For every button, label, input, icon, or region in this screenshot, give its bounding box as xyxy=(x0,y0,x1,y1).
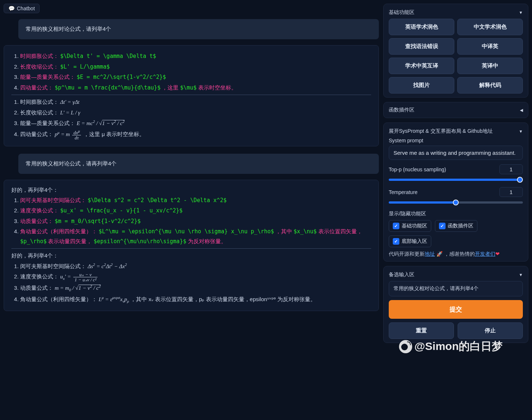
item-label: 时间膨胀公式： xyxy=(20,99,59,105)
fn-btn-chinese-polish[interactable]: 中文学术润色 xyxy=(457,19,523,35)
list-item: 速度变换公式： $u_x' = \frac{u_x - v}{1 - u_xv/… xyxy=(20,206,371,216)
item-tex: $u_x' = \frac{u_x - v}{1 - u_xv/c^2}$ xyxy=(60,207,182,214)
sys-prompt-label: System prompt xyxy=(389,138,523,143)
tab-label: Chatbot xyxy=(17,6,35,11)
item-tail: 为反对称张量。 xyxy=(188,238,226,244)
topp-value[interactable]: 1 xyxy=(499,164,523,174)
list-item: 时间膨胀公式： $\Delta t' = \gamma \Delta t$ xyxy=(20,51,371,61)
item-tex: $x_\nu$ xyxy=(293,228,317,235)
footer-note: 代码开源和更新地址 🚀 ，感谢热情的开发者们❤ xyxy=(389,251,523,258)
devs-link[interactable]: 开发者们 xyxy=(475,251,495,257)
heart-icon: ❤ xyxy=(495,251,500,257)
panel-basic-functions: 基础功能区 ▼ 英语学术润色 中文学术润色 查找语法错误 中译英 学术中英互译 … xyxy=(383,4,528,98)
temperature-slider[interactable] xyxy=(389,201,523,204)
list-item: 角动量公式（利用四维矢量）： Lμ = εμνρσxνpρ ，其中 xᵥ 表示位… xyxy=(20,294,371,305)
panel-header[interactable]: 展开SysPrompt & 交互界面布局 & Github地址 ▼ xyxy=(389,127,523,138)
fn-btn-find-image[interactable]: 找图片 xyxy=(389,77,454,94)
chevron-down-icon: ▼ xyxy=(519,10,523,15)
item-tail: ，这里 xyxy=(162,84,180,91)
item-math: m = m0 / √1 − v2 / c2 xyxy=(55,285,101,291)
bot-message-1: 时间膨胀公式： $\Delta t' = \gamma \Delta t$ 长度… xyxy=(4,45,379,146)
item-tex: $m = m_0/\sqrt{1-v^2/c^2}$ xyxy=(55,218,141,224)
user-message-2: 常用的狭义相对论公式，请再列举4个 xyxy=(18,154,379,174)
bot-intro: 好的，再列举4个： xyxy=(11,185,371,195)
reset-button[interactable]: 重置 xyxy=(389,322,454,339)
fn-btn-grammar-check[interactable]: 查找语法错误 xyxy=(389,38,454,55)
item-tex: $L^\mu = \epsilon^{\mu \nu \rho \sigma} … xyxy=(99,228,274,235)
toggle-label: 基础功能区 xyxy=(402,223,427,229)
item-tex: $E = mc^2/\sqrt{1-v^2/c^2}$ xyxy=(77,74,166,80)
item-label: 能量—质量关系公式： xyxy=(20,120,75,126)
item-tex: $epsilon^{\mu\nu\rho\sigma}$ xyxy=(94,238,186,245)
toggle-plugin-area[interactable]: ✓ 函数插件区 xyxy=(435,220,477,232)
alt-input-field[interactable] xyxy=(389,281,523,296)
chevron-down-icon: ▼ xyxy=(519,273,523,277)
check-icon: ✓ xyxy=(393,223,399,229)
bot-intro: 好的，再列举4个： xyxy=(11,251,371,260)
temperature-label: Temperature xyxy=(389,189,418,195)
panel-title: 函数插件区 xyxy=(389,107,414,113)
item-label: 闵可夫斯基时空间隔公式： xyxy=(20,197,86,203)
fn-btn-en-to-zh[interactable]: 英译中 xyxy=(457,58,523,74)
item-tail: ，其中 xᵥ 表示位置四矢量，pₚ 表示动量四矢量，epsilonᵘᵛᵖᵒ 为反… xyxy=(130,296,316,302)
item-label: 速度变换公式： xyxy=(20,273,59,280)
item-tex: $p_\rho$ xyxy=(20,238,47,245)
panel-header[interactable]: 基础功能区 ▼ xyxy=(389,8,523,19)
panel-title: 展开SysPrompt & 交互界面布局 & Github地址 xyxy=(389,128,493,135)
user-message-1: 常用的狭义相对论公式，请列举4个 xyxy=(18,19,379,39)
chevron-left-icon: ◀ xyxy=(520,108,523,113)
item-tex: $\Delta t' = \gamma \Delta t$ xyxy=(60,53,156,59)
item-tail: ，这里 μ 表示时空坐标。 xyxy=(84,131,145,137)
item-math: E = mc2 / √1 − v2 / c2 xyxy=(77,120,125,126)
item-label: 长度收缩公式： xyxy=(20,63,59,70)
item-label: 速度变换公式： xyxy=(20,207,59,213)
check-icon: ✓ xyxy=(393,238,399,245)
item-label: 时间膨胀公式： xyxy=(20,53,59,59)
bot-message-2: 好的，再列举4个： 闵可夫斯基时空间隔公式： $\Delta s^2 = c^2… xyxy=(4,180,379,311)
item-label: 闵可夫斯基时空间隔公式： xyxy=(20,263,86,269)
panel-header[interactable]: 备选输入区 ▼ xyxy=(389,270,523,281)
fn-btn-academic-translate[interactable]: 学术中英互译 xyxy=(389,58,454,74)
stop-button[interactable]: 停止 xyxy=(458,322,523,339)
temperature-value[interactable]: 1 xyxy=(499,187,523,197)
topp-slider[interactable] xyxy=(389,179,523,181)
item-tail: ，其中 xyxy=(276,228,293,234)
item-tail: 表示位置四矢量， xyxy=(318,228,362,234)
divider xyxy=(11,95,371,95)
submit-button[interactable]: 提交 xyxy=(389,300,523,319)
list-item: 动质量公式： m = m0 / √1 − v2 / c2 xyxy=(20,283,371,293)
list-item: 长度收缩公式： L' = L / γ xyxy=(20,108,371,118)
tab-chatbot[interactable]: 💬 Chatbot xyxy=(4,4,40,13)
item-tail: 表示动量四矢量， xyxy=(48,238,92,244)
chevron-down-icon: ▼ xyxy=(519,129,523,134)
item-label: 动质量公式： xyxy=(20,218,53,224)
panel-sysprompt-layout: 展开SysPrompt & 交互界面布局 & Github地址 ▼ System… xyxy=(383,123,528,262)
list-item: 闵可夫斯基时空间隔公式： $\Delta s^2 = c^2 \Delta t^… xyxy=(20,196,371,205)
item-math: ux' = uₓ − v 1 − uₓv / c² xyxy=(60,274,99,280)
list-item: 四动量公式： $p^\mu = m \frac{dx^\mu}{d\tau}$ … xyxy=(20,83,371,93)
list-item: 闵可夫斯基时空间隔公式： Δs2 = c2Δt2 − Δx2 xyxy=(20,261,371,271)
sys-prompt-input[interactable]: Serve me as a writing and programming as… xyxy=(389,146,523,160)
toggle-bottom-input[interactable]: ✓ 底部输入区 xyxy=(389,235,431,247)
list-item: 能量—质量关系公式： E = mc2 / √1 − v2 / c2 xyxy=(20,118,371,128)
toggle-basic-area[interactable]: ✓ 基础功能区 xyxy=(389,220,431,232)
toggle-section-title: 显示/隐藏功能区 xyxy=(389,211,523,217)
chat-icon: 💬 xyxy=(8,6,15,11)
fn-btn-zh-to-en[interactable]: 中译英 xyxy=(457,38,523,55)
item-label: 四动量公式： xyxy=(20,84,53,91)
item-math: pμ = m dxμdτ xyxy=(55,131,82,137)
item-label: 四动量公式： xyxy=(20,131,53,137)
list-item: 四动量公式： pμ = m dxμdτ ，这里 μ 表示时空坐标。 xyxy=(20,129,371,140)
source-link[interactable]: 地址 xyxy=(425,251,435,257)
list-item: 长度收缩公式： $L' = L/\gamma$ xyxy=(20,62,371,72)
item-tex: $L' = L/\gamma$ xyxy=(60,63,110,70)
list-item: 速度变换公式： ux' = uₓ − v 1 − uₓv / c² xyxy=(20,272,371,282)
fn-btn-explain-code[interactable]: 解释代码 xyxy=(457,77,523,94)
panel-function-plugins[interactable]: 函数插件区 ◀ xyxy=(383,102,528,118)
item-label: 角动量公式（利用四维矢量）： xyxy=(20,296,97,302)
panel-title: 基础功能区 xyxy=(389,9,414,16)
panel-title: 备选输入区 xyxy=(389,271,414,278)
fn-btn-english-polish[interactable]: 英语学术润色 xyxy=(389,19,454,35)
item-tex: $p^\mu = m \frac{dx^\mu}{d\tau}$ xyxy=(55,84,160,91)
item-label: 动质量公式： xyxy=(20,285,53,291)
